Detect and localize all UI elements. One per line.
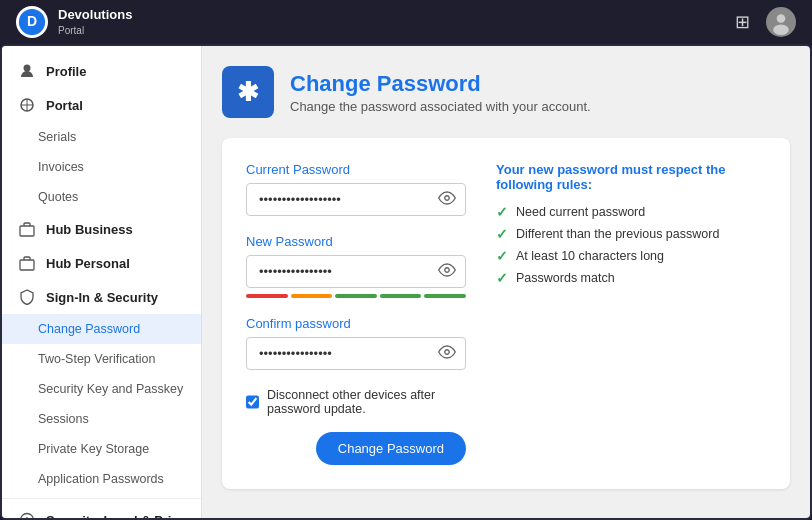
hub-personal-icon [18, 254, 36, 272]
form-right: Your new password must respect the follo… [496, 162, 766, 465]
new-password-label: New Password [246, 234, 466, 249]
rule-item-4: ✓ Passwords match [496, 270, 766, 286]
sidebar-item-app-passwords[interactable]: Application Passwords [2, 464, 201, 494]
strength-segment-4 [380, 294, 422, 298]
sidebar-item-invoices[interactable]: Invoices [2, 152, 201, 182]
svg-text:i: i [26, 516, 29, 518]
svg-point-12 [445, 267, 450, 272]
current-password-toggle-icon[interactable] [438, 189, 456, 211]
strength-segment-2 [291, 294, 333, 298]
form-card: Current Password [222, 138, 790, 489]
strength-segment-5 [424, 294, 466, 298]
rule-check-1: ✓ [496, 204, 508, 220]
form-left: Current Password [246, 162, 466, 465]
navbar: D Devolutions Portal ⊞ [0, 0, 812, 44]
confirm-password-toggle-icon[interactable] [438, 343, 456, 365]
strength-segment-1 [246, 294, 288, 298]
form-layout: Current Password [246, 162, 766, 465]
page-header: ✱ Change Password Change the password as… [222, 66, 790, 118]
svg-point-13 [445, 349, 450, 354]
sidebar-item-private-key[interactable]: Private Key Storage [2, 434, 201, 464]
confirm-password-input[interactable] [246, 337, 466, 370]
new-password-input[interactable] [246, 255, 466, 288]
rule-item-1: ✓ Need current password [496, 204, 766, 220]
password-strength-bar [246, 294, 466, 298]
rules-list: ✓ Need current password ✓ Different than… [496, 204, 766, 286]
rule-check-4: ✓ [496, 270, 508, 286]
hub-business-icon [18, 220, 36, 238]
navbar-left: D Devolutions Portal [16, 6, 132, 38]
sidebar-item-hub-business[interactable]: Hub Business [2, 212, 201, 246]
page-subtitle: Change the password associated with your… [290, 99, 591, 114]
rule-item-2: ✓ Different than the previous password [496, 226, 766, 242]
disconnect-checkbox-row: Disconnect other devices after password … [246, 388, 466, 416]
change-password-button[interactable]: Change Password [316, 432, 466, 465]
page-title: Change Password [290, 71, 591, 97]
sidebar: Profile Portal Serials Invoices Quotes [2, 46, 202, 518]
rule-check-3: ✓ [496, 248, 508, 264]
portal-icon [18, 96, 36, 114]
main-container: Profile Portal Serials Invoices Quotes [2, 46, 810, 518]
sidebar-item-hub-personal[interactable]: Hub Personal [2, 246, 201, 280]
avatar[interactable] [766, 7, 796, 37]
svg-point-3 [777, 14, 786, 23]
navbar-right: ⊞ [735, 7, 796, 37]
app-logo[interactable]: D [16, 6, 48, 38]
current-password-field: Current Password [246, 162, 466, 216]
new-password-field: New Password [246, 234, 466, 298]
sidebar-item-portal[interactable]: Portal [2, 88, 201, 122]
current-password-input[interactable] [246, 183, 466, 216]
new-password-toggle-icon[interactable] [438, 261, 456, 283]
sidebar-item-change-password[interactable]: Change Password [2, 314, 201, 344]
svg-point-4 [773, 25, 789, 35]
content-area: ✱ Change Password Change the password as… [202, 46, 810, 518]
svg-point-5 [24, 65, 31, 72]
sidebar-item-two-step[interactable]: Two-Step Verification [2, 344, 201, 374]
rule-item-3: ✓ At least 10 characters long [496, 248, 766, 264]
sidebar-item-quotes[interactable]: Quotes [2, 182, 201, 212]
sidebar-item-sessions[interactable]: Sessions [2, 404, 201, 434]
svg-point-11 [445, 195, 450, 200]
sidebar-divider [2, 498, 201, 499]
sidebar-item-security-legal[interactable]: i Security, Legal & Privacy [2, 503, 201, 518]
confirm-password-wrapper [246, 337, 466, 370]
disconnect-label: Disconnect other devices after password … [267, 388, 466, 416]
shield-icon [18, 288, 36, 306]
disconnect-checkbox[interactable] [246, 394, 259, 410]
confirm-password-field: Confirm password [246, 316, 466, 370]
svg-rect-8 [20, 260, 34, 270]
page-header-text: Change Password Change the password asso… [290, 71, 591, 114]
rules-title: Your new password must respect the follo… [496, 162, 766, 192]
brand-name: Devolutions Portal [58, 7, 132, 37]
svg-text:D: D [27, 13, 37, 29]
confirm-password-label: Confirm password [246, 316, 466, 331]
grid-icon[interactable]: ⊞ [735, 11, 750, 33]
rule-check-2: ✓ [496, 226, 508, 242]
person-icon [18, 62, 36, 80]
sidebar-item-sign-in-security[interactable]: Sign-In & Security [2, 280, 201, 314]
new-password-wrapper [246, 255, 466, 288]
current-password-wrapper [246, 183, 466, 216]
sidebar-item-security-key[interactable]: Security Key and Passkey [2, 374, 201, 404]
sidebar-item-profile[interactable]: Profile [2, 54, 201, 88]
strength-segment-3 [335, 294, 377, 298]
svg-rect-7 [20, 226, 34, 236]
sidebar-item-serials[interactable]: Serials [2, 122, 201, 152]
current-password-label: Current Password [246, 162, 466, 177]
info-icon: i [18, 511, 36, 518]
page-icon: ✱ [222, 66, 274, 118]
